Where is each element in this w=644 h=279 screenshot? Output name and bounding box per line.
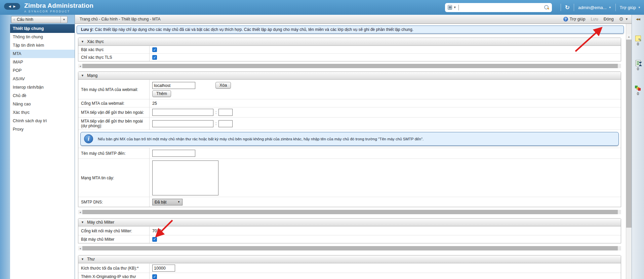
field-label: Mạng MTA tin cậy:: [78, 174, 149, 182]
sidebar-group-header[interactable]: Thiết lập chung: [10, 24, 75, 33]
toolbar-help-button[interactable]: ? Trợ giúp: [563, 17, 586, 21]
horizontal-scrollbar[interactable]: ◂: [78, 246, 621, 250]
field-label: Cổng MTA của webmail:: [78, 100, 149, 107]
close-button[interactable]: Đóng: [604, 17, 614, 21]
info-row: i Nếu bản ghi MX của bạn trỏ tới một máy…: [78, 130, 621, 148]
scroll-left-icon[interactable]: ◂: [78, 210, 82, 214]
dropdown-button[interactable]: ▼: [61, 16, 67, 23]
save-button[interactable]: Lưu: [591, 17, 598, 21]
trusted-networks-textarea[interactable]: [152, 160, 218, 195]
scroll-left-icon[interactable]: ◂: [78, 246, 82, 250]
milter-enable-checkbox[interactable]: [152, 237, 157, 242]
sidebar-item-imap[interactable]: IMAP: [10, 58, 75, 66]
app-header: ◀ ▶ Zimbra Administration A SYNACOR PROD…: [0, 0, 644, 15]
sidebar-menu: Thiết lập chung Thông tin chung Tập tin …: [10, 24, 75, 279]
app-title: Zimbra Administration: [24, 2, 93, 9]
scroll-up-icon[interactable]: ▴: [626, 34, 632, 39]
gear-icon: ⚙: [619, 16, 623, 22]
sidebar-item-xac-thuc[interactable]: Xác thực: [10, 108, 75, 117]
field-row-max-size: Kích thước tối đa của thư (KB):*: [78, 263, 621, 273]
field-label: MTA tiếp vận để gửi thư bên ngoài (dự ph…: [78, 118, 149, 130]
port-separator: :: [215, 121, 216, 126]
enable-auth-checkbox[interactable]: [152, 47, 157, 52]
sidebar-item-chu-de[interactable]: Chủ đề: [10, 92, 75, 100]
sidebar-item-nang-cao[interactable]: Nâng cao: [10, 100, 75, 108]
field-row-enable-auth: Bật xác thực: [78, 46, 621, 53]
refresh-button[interactable]: ↻: [565, 4, 570, 11]
back-icon[interactable]: ◀: [9, 5, 11, 8]
section-authentication-header[interactable]: ▼ Xác thực: [78, 38, 621, 46]
relay-mta-host-input[interactable]: [152, 109, 213, 116]
content-toolbar: Trang chủ - Cấu hình - Thiết lập chung -…: [75, 15, 632, 24]
status-count-badge: 0: [637, 92, 639, 96]
field-label: Kích thước tối đa của thư (KB):*: [78, 265, 149, 272]
sidebar-item-asav[interactable]: AS/AV: [10, 75, 75, 83]
field-label: Bật máy chủ Milter: [78, 236, 149, 243]
section-title: Xác thực: [87, 39, 104, 44]
add-host-button[interactable]: Thêm: [152, 90, 171, 97]
horizontal-scrollbar[interactable]: ◂: [78, 210, 621, 214]
section-milter-header[interactable]: ▼ Máy chủ Milter: [78, 219, 621, 226]
search-icon[interactable]: [544, 5, 549, 10]
sidebar-item-thong-tin-chung[interactable]: Thông tin chung: [10, 33, 75, 41]
collapse-panel-icon[interactable]: ◀◀: [636, 17, 640, 21]
sidebar-item-tap-tin-dinh-kem[interactable]: Tập tin đính kèm: [10, 41, 75, 50]
scrollbar-thumb[interactable]: [626, 40, 632, 228]
search-input[interactable]: [458, 5, 544, 10]
breadcrumb: Trang chủ - Cấu hình - Thiết lập chung -…: [80, 17, 161, 21]
collapse-triangle-icon: ▼: [81, 40, 84, 43]
chevron-down-icon: ▼: [177, 200, 180, 203]
rail-tasks-group[interactable]: 0: [636, 60, 641, 71]
vertical-scrollbar[interactable]: ▴: [626, 24, 632, 279]
nav-section-dropdown[interactable]: ‹ Cấu hình ▼: [11, 16, 68, 23]
search-type-icon[interactable]: [448, 5, 452, 10]
sidebar-item-mta[interactable]: MTA: [10, 50, 75, 58]
relay-mta-port-input[interactable]: [218, 109, 233, 116]
section-authentication: ▼ Xác thực Bật xác thực Chỉ xác thực TLS: [78, 38, 621, 61]
zimbra-admin-page: ◀ ▶ Zimbra Administration A SYNACOR PROD…: [0, 0, 644, 279]
tls-only-checkbox[interactable]: [152, 55, 157, 60]
scroll-left-icon[interactable]: ◂: [78, 64, 82, 68]
scrollbar-thumb[interactable]: [82, 210, 618, 214]
delete-host-button[interactable]: Xóa: [215, 82, 231, 89]
forward-icon[interactable]: ▶: [13, 5, 16, 8]
right-rail: ◀◀ 0 0 0: [632, 15, 644, 279]
account-menu[interactable]: admin@ema... ▼: [578, 5, 611, 10]
relay-backup-host-input[interactable]: [152, 120, 213, 127]
section-mail-header[interactable]: ▼ Thư: [78, 255, 621, 263]
rail-notes-group[interactable]: 0: [635, 36, 641, 46]
history-nav[interactable]: ◀ ▶: [4, 3, 20, 10]
global-search[interactable]: ▼: [445, 3, 552, 12]
horizontal-scrollbar[interactable]: ◂: [78, 64, 621, 68]
section-title: Thư: [87, 257, 95, 262]
sidebar: ‹ Cấu hình ▼ Thiết lập chung Thông tin c…: [0, 15, 75, 279]
field-row-webmail-mta: Tên máy chủ MTA của webmail: Xóa Thêm: [78, 80, 621, 99]
max-message-size-input[interactable]: [152, 265, 175, 272]
search-type-caret-icon[interactable]: ▼: [453, 6, 456, 9]
sidebar-item-pop[interactable]: POP: [10, 66, 75, 75]
scrollbar-thumb[interactable]: [82, 246, 618, 250]
chevron-down-icon: ▼: [609, 6, 611, 9]
note-icon: [635, 36, 641, 41]
field-label: Cổng kết nối máy chủ Milter:: [78, 227, 149, 235]
scrollbar-thumb[interactable]: [82, 64, 618, 68]
field-row-milter-port: Cổng kết nối máy chủ Milter: 7026: [78, 226, 621, 235]
refresh-icon: ↻: [565, 4, 570, 11]
x-originating-ip-checkbox[interactable]: [152, 274, 157, 279]
relay-backup-port-input[interactable]: [218, 120, 233, 127]
sidebar-item-chinh-sach-duy-tri[interactable]: Chính sách duy trì: [10, 117, 75, 125]
webmail-mta-host-input[interactable]: [152, 82, 195, 89]
section-network: ▼ Mạng Tên máy chủ MTA của webmail:: [78, 72, 621, 207]
smtp-dns-select[interactable]: Đã bật ▼: [152, 199, 183, 205]
section-network-header[interactable]: ▼ Mạng: [78, 72, 621, 80]
smtp-inbound-host-input[interactable]: [152, 150, 195, 157]
help-menu[interactable]: Trợ giúp ▼: [620, 5, 641, 10]
section-milter: ▼ Máy chủ Milter Cổng kết nối máy chủ Mi…: [78, 218, 621, 243]
rail-status-group[interactable]: 0: [635, 85, 641, 96]
sidebar-item-interop[interactable]: Interop rảnh/bận: [10, 83, 75, 92]
sidebar-item-proxy[interactable]: Proxy: [10, 125, 75, 134]
info-icon: i: [84, 134, 93, 143]
chevron-down-icon: ▼: [63, 18, 66, 21]
toolbar-settings-button[interactable]: ⚙ ▼: [619, 16, 628, 22]
account-label: admin@ema...: [578, 5, 607, 10]
